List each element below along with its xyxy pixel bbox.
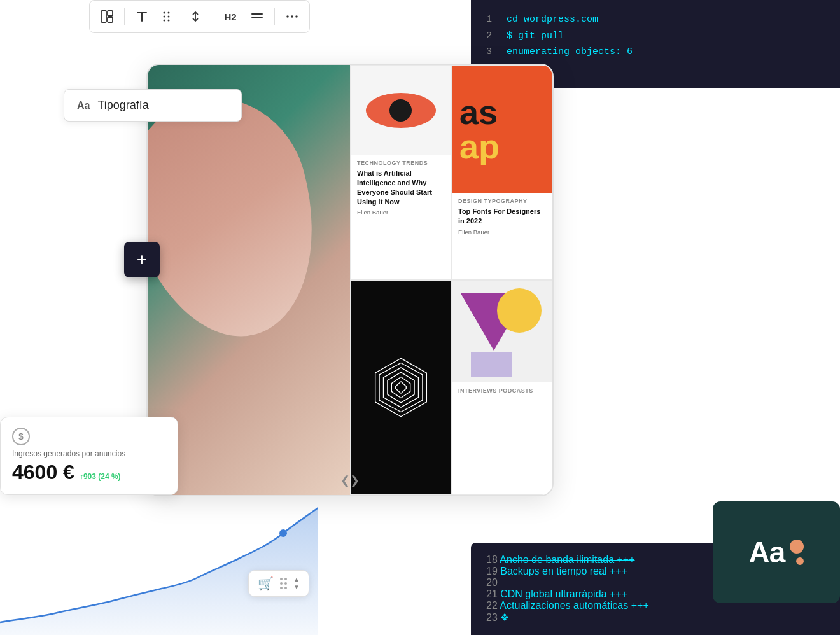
svg-point-15 xyxy=(295,15,298,18)
card-asap-tags: DESIGN TYPOGRAPHY xyxy=(458,198,545,204)
shop-drag-handle xyxy=(280,578,287,589)
blog-card-shapes: INTERVIEWS PODCASTS xyxy=(451,280,552,495)
aa-logo-dots xyxy=(790,540,804,565)
svg-rect-2 xyxy=(108,17,113,22)
svg-marker-17 xyxy=(379,363,423,412)
terminal-line-3: 3 enumerating objects: 6 xyxy=(486,44,825,60)
svg-point-14 xyxy=(291,15,293,18)
revenue-amount: 4600 € ↑903 (24 %) xyxy=(12,461,166,484)
hexagon-svg xyxy=(366,352,436,422)
svg-point-6 xyxy=(164,16,165,18)
blog-card-ai: TECHNOLOGY TRENDS What is Artificial Int… xyxy=(350,65,451,280)
layout-button[interactable] xyxy=(95,4,119,29)
aa-logo-text: Aa xyxy=(749,535,785,569)
text-button[interactable] xyxy=(130,4,154,29)
align-button[interactable] xyxy=(245,4,269,29)
dots-button[interactable] xyxy=(157,4,181,29)
card-asap-author: Ellen Bauer xyxy=(458,228,545,235)
blog-card-asap: as ap DESIGN TYPOGRAPHY Top Fonts For De… xyxy=(451,65,552,280)
shop-widget[interactable]: 🛒 ▲ ▼ xyxy=(248,570,309,597)
bottom-nav: ❮❯ xyxy=(340,473,360,487)
card-asap-content: DESIGN TYPOGRAPHY Top Fonts For Designer… xyxy=(452,193,552,279)
aa-logo-widget: Aa xyxy=(713,501,840,603)
card-shapes-tags: INTERVIEWS PODCASTS xyxy=(458,387,545,394)
add-block-button[interactable]: + xyxy=(124,242,160,277)
aa-dot-small xyxy=(796,557,804,565)
shape-circle xyxy=(497,288,542,333)
svg-marker-18 xyxy=(383,368,418,407)
asap-text: as ap xyxy=(459,95,500,164)
typography-aa-label: Aa xyxy=(77,100,90,111)
svg-point-5 xyxy=(164,12,165,14)
aa-dot-large xyxy=(790,540,804,554)
card-ai-image xyxy=(351,66,451,155)
typography-panel[interactable]: Aa Tipografía xyxy=(64,89,242,122)
blog-grid: TECHNOLOGY TRENDS What is Artificial Int… xyxy=(350,65,552,495)
svg-point-9 xyxy=(168,16,170,18)
card-ai-tags: TECHNOLOGY TRENDS xyxy=(357,160,444,166)
card-asap-image: as ap xyxy=(452,66,552,193)
svg-marker-21 xyxy=(395,382,406,393)
svg-point-10 xyxy=(168,20,170,22)
svg-rect-1 xyxy=(108,11,113,16)
card-ai-author: Ellen Bauer xyxy=(357,209,444,216)
h2-button[interactable]: H2 xyxy=(218,4,242,29)
more-button[interactable] xyxy=(280,4,304,29)
shop-arrows[interactable]: ▲ ▼ xyxy=(293,576,300,590)
typography-title: Tipografía xyxy=(97,99,148,112)
card-asap-title: Top Fonts For Designers in 2022 xyxy=(458,207,545,226)
svg-rect-0 xyxy=(101,11,106,22)
separator-2 xyxy=(213,8,213,25)
terminal-line-1: 1 cd wordpress.com xyxy=(486,11,825,28)
terminal-bottom-line-23: 23 ❖ xyxy=(486,611,825,624)
nav-arrow: ❮❯ xyxy=(340,473,360,487)
card-shapes-content: INTERVIEWS PODCASTS xyxy=(452,382,552,494)
separator-3 xyxy=(274,8,275,25)
svg-marker-16 xyxy=(375,358,426,417)
svg-point-13 xyxy=(286,15,289,18)
svg-point-7 xyxy=(164,20,165,22)
chart-svg xyxy=(0,495,318,635)
card-shapes-image xyxy=(452,281,552,382)
revenue-change: ↑903 (24 %) xyxy=(80,472,121,481)
asap-line1: as xyxy=(459,95,500,129)
chart-dot xyxy=(279,529,287,537)
revenue-label: Ingresos generados por anuncios xyxy=(12,449,166,458)
blog-card-hex xyxy=(350,280,451,495)
arrows-button[interactable] xyxy=(183,4,207,29)
blog-preview: TECHNOLOGY TRENDS What is Artificial Int… xyxy=(146,64,554,496)
card-ai-content: TECHNOLOGY TRENDS What is Artificial Int… xyxy=(351,155,451,279)
svg-point-8 xyxy=(168,12,170,14)
shape-rect xyxy=(471,352,512,377)
revenue-icon: $ xyxy=(12,428,30,445)
asap-line2: ap xyxy=(459,129,500,164)
card-ai-title: What is Artificial Intelligence and Why … xyxy=(357,169,444,206)
eye-inner xyxy=(389,99,412,122)
terminal-line-2: 2 $ git pull xyxy=(486,28,825,45)
separator-1 xyxy=(124,8,125,25)
card-hex-image xyxy=(351,281,451,494)
revenue-widget: $ Ingresos generados por anuncios 4600 €… xyxy=(0,417,178,495)
revenue-chart xyxy=(0,495,318,635)
revenue-value: 4600 € xyxy=(12,461,74,484)
eye-shape xyxy=(366,93,436,128)
editor-toolbar[interactable]: H2 xyxy=(89,0,310,33)
cart-icon: 🛒 xyxy=(258,576,274,591)
svg-marker-20 xyxy=(391,377,410,398)
